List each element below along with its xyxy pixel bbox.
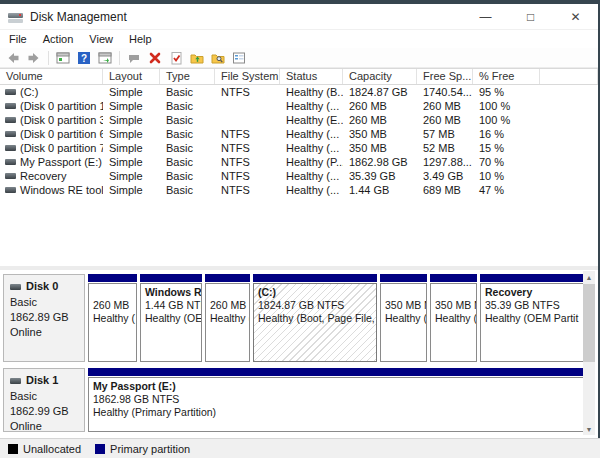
cell-status: Healthy (B... — [280, 85, 343, 99]
cell-pct-free: 100 % — [473, 99, 540, 113]
table-row[interactable]: (Disk 0 partition 1) Simple Basic Health… — [0, 99, 598, 113]
cell-capacity: 260 MB — [343, 113, 417, 127]
cell-pct-free: 15 % — [473, 141, 540, 155]
cell-layout: Simple — [103, 113, 160, 127]
legend-bar: Unallocated Primary partition — [0, 438, 600, 458]
delete-volume-icon[interactable] — [146, 50, 164, 66]
table-row[interactable]: (Disk 0 partition 3) Simple Basic Health… — [0, 113, 598, 127]
scrollbar-thumb[interactable] — [583, 284, 595, 362]
col-free-space[interactable]: Free Sp... — [417, 69, 473, 84]
explore-folder-icon[interactable] — [209, 50, 227, 66]
volume-icon — [5, 173, 16, 179]
cell-type: Basic — [160, 183, 215, 197]
cell-layout: Simple — [103, 85, 160, 99]
properties-icon[interactable] — [230, 50, 248, 66]
disk-0-row: Disk 0 Basic 1862.89 GB Online 260 MBHea… — [3, 274, 585, 362]
table-row[interactable]: Recovery Simple Basic NTFS Healthy (... … — [0, 169, 598, 183]
disk-icon — [10, 378, 21, 384]
table-row[interactable]: (Disk 0 partition 6) Simple Basic NTFS H… — [0, 127, 598, 141]
cell-status: Healthy (... — [280, 141, 343, 155]
cell-file-system: NTFS — [215, 85, 280, 99]
cell-free-space: 260 MB — [417, 113, 473, 127]
cell-file-system — [215, 113, 280, 127]
col-file-system[interactable]: File System — [215, 69, 280, 84]
volume-icon — [5, 117, 16, 123]
menu-action[interactable]: Action — [35, 30, 82, 48]
cell-status: Healthy (... — [280, 169, 343, 183]
maximize-button[interactable]: □ — [508, 4, 553, 29]
volume-icon — [5, 89, 16, 95]
scroll-down-icon[interactable]: ▼ — [583, 423, 595, 435]
partition-block[interactable]: 350 MB NHealthy ( — [380, 274, 427, 362]
col-status[interactable]: Status — [280, 69, 343, 84]
table-row[interactable]: (Disk 0 partition 7) Simple Basic NTFS H… — [0, 141, 598, 155]
cell-file-system: NTFS — [215, 155, 280, 169]
cell-layout: Simple — [103, 127, 160, 141]
menu-help[interactable]: Help — [121, 30, 160, 48]
scroll-up-icon[interactable]: ▲ — [583, 271, 595, 283]
mark-partition-active-icon[interactable] — [167, 50, 185, 66]
cell-status: Healthy (P... — [280, 155, 343, 169]
volume-name: (Disk 0 partition 1) — [20, 99, 103, 113]
disk-management-window: Disk Management — □ ✕ File Action View H… — [0, 0, 600, 458]
col-volume[interactable]: Volume — [0, 69, 103, 84]
cell-pct-free: 16 % — [473, 127, 540, 141]
toolbar: ? — [0, 48, 598, 68]
col-capacity[interactable]: Capacity — [343, 69, 417, 84]
partition-block[interactable]: 260 MBHealthy ( — [88, 274, 137, 362]
show-action-pane-icon[interactable] — [96, 50, 114, 66]
forward-icon[interactable] — [25, 50, 43, 66]
launch-dialog-icon[interactable] — [125, 50, 143, 66]
volume-icon — [5, 159, 16, 165]
partition-block[interactable]: My Passport (E:)1862.98 GB NTFSHealthy (… — [88, 368, 585, 432]
disk-type: Basic — [10, 295, 84, 310]
show-console-tree-icon[interactable] — [54, 50, 72, 66]
partition-block[interactable]: 350 MB NHealthy ( — [430, 274, 477, 362]
cell-type: Basic — [160, 113, 215, 127]
open-folder-icon[interactable] — [188, 50, 206, 66]
cell-capacity: 35.39 GB — [343, 169, 417, 183]
cell-type: Basic — [160, 85, 215, 99]
disk-status: Online — [10, 419, 84, 434]
back-icon[interactable] — [4, 50, 22, 66]
disk-size: 1862.99 GB — [10, 404, 84, 419]
cell-free-space: 689 MB — [417, 183, 473, 197]
vertical-scrollbar[interactable]: ▲ ▼ — [583, 271, 595, 435]
col-pct-free[interactable]: % Free — [473, 69, 540, 84]
cell-free-space: 1740.54... — [417, 85, 473, 99]
col-layout[interactable]: Layout — [103, 69, 160, 84]
disk-size: 1862.89 GB — [10, 310, 84, 325]
disk-1-label[interactable]: Disk 1 Basic 1862.99 GB Online — [3, 368, 85, 432]
cell-type: Basic — [160, 155, 215, 169]
cell-free-space: 260 MB — [417, 99, 473, 113]
minimize-button[interactable]: — — [463, 4, 508, 29]
menu-file[interactable]: File — [0, 30, 35, 48]
partition-block[interactable]: Windows R1.44 GB NTFHealthy (OEI — [140, 274, 202, 362]
cell-file-system — [215, 99, 280, 113]
partition-block-c-selected[interactable]: (C:)1824.87 GB NTFSHealthy (Boot, Page F… — [253, 274, 377, 362]
table-row[interactable]: My Passport (E:) Simple Basic NTFS Healt… — [0, 155, 598, 169]
partition-block[interactable]: Recovery35.39 GB NTFSHealthy (OEM Partit — [480, 274, 585, 362]
help-icon[interactable]: ? — [75, 50, 93, 66]
partition-color-bar — [430, 274, 477, 282]
disk-type: Basic — [10, 389, 84, 404]
legend-unallocated: Unallocated — [8, 443, 81, 455]
app-icon — [8, 11, 23, 23]
cell-pct-free: 10 % — [473, 169, 540, 183]
cell-capacity: 260 MB — [343, 99, 417, 113]
col-type[interactable]: Type — [160, 69, 215, 84]
table-row[interactable]: Windows RE tools Simple Basic NTFS Healt… — [0, 183, 598, 197]
volume-icon — [5, 187, 16, 193]
partition-color-bar — [88, 274, 137, 282]
partition-color-bar — [88, 368, 585, 376]
volume-icon — [5, 145, 16, 151]
legend-primary-partition: Primary partition — [95, 443, 190, 455]
disk-name: Disk 0 — [26, 279, 58, 294]
svg-text:?: ? — [81, 53, 87, 64]
cell-capacity: 1824.87 GB — [343, 85, 417, 99]
disk-0-label[interactable]: Disk 0 Basic 1862.89 GB Online — [3, 274, 85, 362]
close-button[interactable]: ✕ — [553, 4, 598, 29]
menu-view[interactable]: View — [81, 30, 121, 48]
table-row[interactable]: (C:) Simple Basic NTFS Healthy (B... 182… — [0, 85, 598, 99]
partition-block[interactable]: 260 MBHealthy ( — [205, 274, 250, 362]
